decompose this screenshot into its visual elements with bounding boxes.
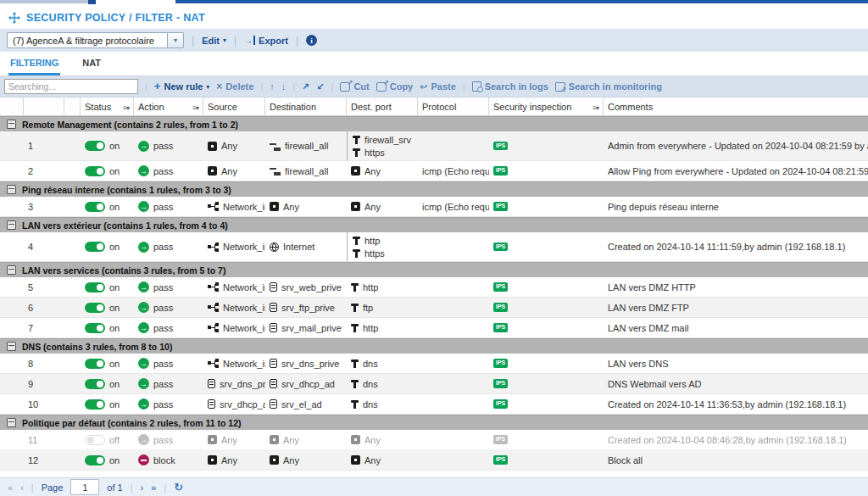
status-cell[interactable]: on <box>81 197 134 216</box>
status-cell[interactable]: on <box>81 394 134 414</box>
divider <box>292 81 295 92</box>
search-input[interactable] <box>4 79 138 94</box>
collapse-icon[interactable] <box>7 342 16 351</box>
rule-number: 12 <box>24 450 64 470</box>
info-icon[interactable]: i <box>306 35 317 46</box>
toggle-on-icon[interactable] <box>85 359 105 369</box>
paste-button[interactable]: ↩ Paste <box>420 81 456 92</box>
collapse-icon[interactable] <box>7 265 16 275</box>
action-cell: pass <box>134 374 203 393</box>
network-icon <box>208 359 219 368</box>
move-up-button[interactable]: ↑ <box>270 81 275 92</box>
section-header[interactable]: Ping réseau interne (contains 1 rules, f… <box>0 181 868 197</box>
collapse-icon[interactable] <box>7 418 16 427</box>
status-cell[interactable]: on <box>81 232 134 261</box>
prev-page-button[interactable]: ‹ <box>20 482 24 493</box>
status-cell[interactable]: on <box>81 298 134 317</box>
ips-badge: IPS <box>493 399 508 408</box>
collapse-icon[interactable] <box>7 220 16 230</box>
col-status[interactable]: Status <box>81 98 134 115</box>
page-input[interactable] <box>70 479 99 495</box>
policy-profile-value[interactable]: (7) AgenceA & filtrage protocolaire <box>7 32 167 48</box>
status-cell[interactable]: on <box>81 318 134 337</box>
col-comments[interactable]: Comments <box>604 98 868 115</box>
col-source[interactable]: Source <box>203 98 265 115</box>
status-cell[interactable]: on <box>81 161 134 181</box>
tab-strip-segment <box>88 0 96 4</box>
ips-badge: IPS <box>493 242 508 251</box>
status-cell[interactable]: on <box>81 374 134 393</box>
status-cell[interactable]: on <box>81 450 134 470</box>
col-dest-port[interactable]: Dest. port <box>347 98 418 115</box>
tab-filtering[interactable]: FILTERING <box>8 58 60 75</box>
search-in-monitoring-button[interactable]: Search in monitoring <box>555 81 662 92</box>
section-header[interactable]: LAN vers services (contains 3 rules, fro… <box>0 262 868 277</box>
status-cell[interactable]: on <box>81 131 134 160</box>
col-security-inspection[interactable]: Security inspection <box>489 98 604 115</box>
rule-row[interactable]: 3 on pass Network_in Any Any icmp (Echo … <box>0 197 868 217</box>
toggle-on-icon[interactable] <box>85 455 105 465</box>
toggle-on-icon[interactable] <box>85 242 105 252</box>
section-header[interactable]: Remote Management (contains 2 rules, fro… <box>0 116 868 131</box>
toggle-on-icon[interactable] <box>85 323 105 333</box>
section-header[interactable]: Politique par défaut (contains 2 rules, … <box>0 415 868 430</box>
sort-icon[interactable] <box>123 102 129 112</box>
cut-button[interactable]: Cut <box>340 81 369 92</box>
toggle-on-icon[interactable] <box>85 166 105 176</box>
search-in-logs-button[interactable]: Search in logs <box>472 81 548 92</box>
last-page-button[interactable]: » <box>151 482 156 493</box>
col-action[interactable]: Action <box>134 98 203 115</box>
copy-button[interactable]: Copy <box>376 81 414 92</box>
divider <box>164 482 166 493</box>
rule-row[interactable]: 7 on pass Network_in srv_mail_prive http… <box>0 318 868 338</box>
toggle-on-icon[interactable] <box>85 282 105 293</box>
rule-row[interactable]: 1 on pass Any firewall_all firewall_srv … <box>0 131 868 161</box>
col-destination[interactable]: Destination <box>265 98 347 115</box>
new-rule-button[interactable]: + New rule ▾ <box>154 81 209 92</box>
toggle-on-icon[interactable] <box>85 141 105 151</box>
collapse-all-button[interactable]: ↙ <box>316 81 324 92</box>
rule-row[interactable]: 10 on pass srv_dhcp_a srv_el_ad dns IPS … <box>0 394 868 415</box>
rule-row[interactable]: 4 on pass Network_in Internet http https… <box>0 232 868 262</box>
toggle-on-icon[interactable] <box>85 303 105 313</box>
destination-cell: srv_ftp_prive <box>265 298 347 317</box>
next-page-button[interactable]: › <box>141 482 144 493</box>
sort-icon[interactable] <box>593 102 598 112</box>
collapse-icon[interactable] <box>7 185 16 194</box>
delete-button[interactable]: × Delete <box>216 81 253 92</box>
chevron-down-icon[interactable]: ▾ <box>167 32 184 48</box>
protocol-cell <box>418 277 489 297</box>
edit-button[interactable]: Edit ▾ <box>202 36 226 46</box>
move-down-button[interactable]: ↓ <box>281 81 287 92</box>
policy-profile-select[interactable]: (7) AgenceA & filtrage protocolaire ▾ <box>7 32 184 48</box>
rule-row[interactable]: 11 off pass Any Any Any IPS Created on 2… <box>0 430 868 450</box>
rule-row[interactable]: 12 on block Any Any Any IPS Block all <box>0 450 868 471</box>
export-button[interactable]: → Export <box>244 36 288 46</box>
pass-icon <box>138 281 149 293</box>
rule-row[interactable]: 5 on pass Network_in srv_web_prive http … <box>0 277 868 298</box>
tab-nat[interactable]: NAT <box>81 58 103 75</box>
toggle-on-icon[interactable] <box>85 379 105 389</box>
refresh-icon[interactable]: ↻ <box>174 481 183 493</box>
first-page-button[interactable]: « <box>8 482 13 493</box>
rule-row[interactable]: 9 on pass srv_dns_pri srv_dhcp_ad dns IP… <box>0 374 868 394</box>
toggle-on-icon[interactable] <box>85 202 105 212</box>
port-icon <box>353 237 360 245</box>
network-icon <box>208 282 219 292</box>
section-header[interactable]: DNS (contains 3 rules, from 8 to 10) <box>0 338 868 354</box>
rule-row[interactable]: 8 on pass Network_in srv_dns_prive dns I… <box>0 354 868 374</box>
sort-icon[interactable] <box>192 102 198 112</box>
toggle-off-icon[interactable] <box>85 435 105 445</box>
destination-cell: srv_mail_prive <box>265 318 347 337</box>
expand-all-button[interactable]: ↗ <box>302 81 309 92</box>
section-header[interactable]: LAN vers extérieur (contains 1 rules, fr… <box>0 217 868 232</box>
toggle-on-icon[interactable] <box>85 399 105 410</box>
status-cell[interactable]: off <box>81 430 134 449</box>
col-protocol[interactable]: Protocol <box>418 98 489 115</box>
rule-row[interactable]: 6 on pass Network_in srv_ftp_prive ftp I… <box>0 298 868 318</box>
rule-row[interactable]: 2 on pass Any firewall_all Any icmp (Ech… <box>0 161 868 181</box>
status-cell[interactable]: on <box>81 354 134 373</box>
collapse-icon[interactable] <box>7 120 16 129</box>
inspection-cell: IPS <box>489 374 604 393</box>
status-cell[interactable]: on <box>81 277 134 297</box>
